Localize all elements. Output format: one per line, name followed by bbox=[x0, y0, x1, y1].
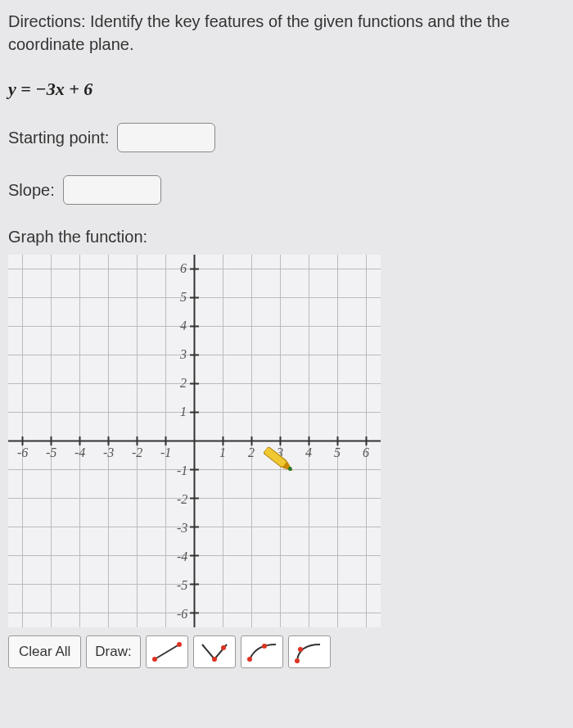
sqrt-tool-icon bbox=[245, 640, 279, 664]
y-tick-2: 2 bbox=[180, 376, 187, 390]
slope-row: Slope: bbox=[8, 175, 565, 205]
x-tick-neg6: -6 bbox=[17, 445, 28, 459]
x-tick-6: 6 bbox=[363, 445, 369, 459]
x-tick-neg5: -5 bbox=[46, 445, 56, 459]
x-tick-5: 5 bbox=[334, 445, 341, 459]
x-tick-neg1: -1 bbox=[160, 445, 171, 459]
x-tick-neg3: -3 bbox=[103, 445, 114, 459]
svg-point-60 bbox=[295, 658, 300, 663]
y-tick-3: 3 bbox=[179, 347, 187, 361]
svg-point-58 bbox=[247, 657, 252, 662]
x-tick-neg4: -4 bbox=[74, 445, 85, 459]
svg-line-53 bbox=[155, 644, 179, 659]
starting-point-input[interactable] bbox=[117, 123, 215, 152]
draw-toolbar: Clear All Draw: bbox=[8, 635, 565, 668]
y-tick-neg5: -5 bbox=[177, 578, 187, 592]
absval-tool-icon bbox=[197, 640, 232, 664]
draw-label: Draw: bbox=[86, 635, 140, 668]
sqrt-tool-button[interactable] bbox=[241, 635, 283, 668]
starting-point-row: Starting point: bbox=[8, 123, 565, 152]
x-tick-neg2: -2 bbox=[132, 445, 142, 459]
equation-text: y = −3x + 6 bbox=[8, 79, 565, 100]
y-tick-1: 1 bbox=[180, 405, 187, 418]
svg-point-56 bbox=[212, 657, 217, 662]
y-tick-neg6: -6 bbox=[177, 607, 187, 621]
svg-point-61 bbox=[298, 647, 303, 652]
slope-input[interactable] bbox=[63, 175, 161, 205]
line-tool-icon bbox=[150, 640, 184, 664]
y-tick-neg1: -1 bbox=[177, 463, 187, 477]
y-tick-6: 6 bbox=[180, 261, 187, 275]
slope-label: Slope: bbox=[8, 181, 55, 200]
graph-label: Graph the function: bbox=[8, 228, 565, 246]
x-tick-4: 4 bbox=[305, 445, 312, 459]
svg-point-57 bbox=[221, 645, 226, 650]
y-tick-5: 5 bbox=[180, 290, 187, 304]
coordinate-plane[interactable]: -6 -5 -4 -3 -2 -1 1 2 3 4 5 6 1 2 3 4 5 … bbox=[8, 255, 381, 627]
y-tick-neg2: -2 bbox=[177, 492, 187, 506]
clear-all-button[interactable]: Clear All bbox=[8, 635, 81, 668]
curve-tool-icon bbox=[292, 640, 327, 664]
svg-point-59 bbox=[262, 644, 267, 649]
y-tick-neg4: -4 bbox=[177, 549, 187, 563]
x-tick-2: 2 bbox=[248, 445, 255, 459]
y-tick-neg3: -3 bbox=[177, 521, 187, 535]
y-tick-4: 4 bbox=[180, 319, 187, 332]
absval-tool-button[interactable] bbox=[193, 635, 236, 668]
svg-point-54 bbox=[152, 657, 157, 662]
line-tool-button[interactable] bbox=[146, 635, 188, 668]
starting-point-label: Starting point: bbox=[8, 129, 109, 147]
directions-text: Directions: Identify the key features of… bbox=[8, 10, 565, 56]
svg-point-55 bbox=[177, 642, 182, 647]
x-tick-1: 1 bbox=[219, 445, 226, 459]
curve-tool-button[interactable] bbox=[288, 635, 331, 668]
